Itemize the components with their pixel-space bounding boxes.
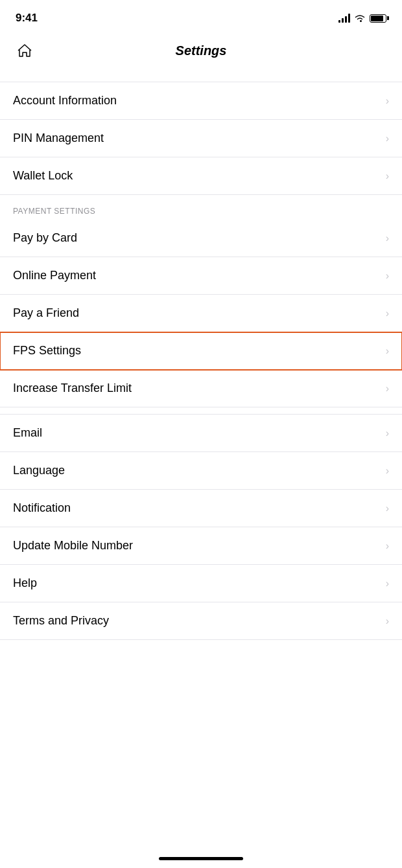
menu-item-fps-settings[interactable]: FPS Settings› <box>0 332 402 370</box>
chevron-icon-pin-management: › <box>386 133 389 144</box>
section-account: Account Information›PIN Management›Walle… <box>0 82 402 195</box>
menu-item-label-account-information: Account Information <box>13 94 117 108</box>
header: Settings <box>0 32 402 75</box>
menu-item-terms-and-privacy[interactable]: Terms and Privacy› <box>0 602 402 640</box>
section-payment-settings: PAYMENT SETTINGSPay by Card›Online Payme… <box>0 201 402 407</box>
menu-item-pay-by-card[interactable]: Pay by Card› <box>0 220 402 257</box>
battery-icon <box>370 14 386 23</box>
chevron-icon-increase-transfer-limit: › <box>386 383 389 394</box>
menu-item-language[interactable]: Language› <box>0 452 402 490</box>
chevron-icon-pay-by-card: › <box>386 233 389 244</box>
menu-item-label-fps-settings: FPS Settings <box>13 344 81 358</box>
menu-item-wallet-lock[interactable]: Wallet Lock› <box>0 157 402 195</box>
menu-item-increase-transfer-limit[interactable]: Increase Transfer Limit› <box>0 370 402 407</box>
menu-item-label-increase-transfer-limit: Increase Transfer Limit <box>13 382 132 395</box>
status-icons <box>338 14 386 23</box>
chevron-icon-wallet-lock: › <box>386 170 389 182</box>
menu-item-pin-management[interactable]: PIN Management› <box>0 120 402 157</box>
menu-item-update-mobile-number[interactable]: Update Mobile Number› <box>0 527 402 565</box>
menu-item-email[interactable]: Email› <box>0 414 402 452</box>
signal-icon <box>338 14 350 23</box>
chevron-icon-fps-settings: › <box>386 345 389 357</box>
chevron-icon-help: › <box>386 578 389 589</box>
menu-item-help[interactable]: Help› <box>0 565 402 602</box>
chevron-icon-email: › <box>386 428 389 439</box>
menu-item-account-information[interactable]: Account Information› <box>0 82 402 120</box>
menu-item-label-pin-management: PIN Management <box>13 131 104 145</box>
section-other: Email›Language›Notification›Update Mobil… <box>0 414 402 640</box>
menu-item-pay-a-friend[interactable]: Pay a Friend› <box>0 295 402 332</box>
home-icon[interactable] <box>13 39 36 62</box>
menu-item-label-wallet-lock: Wallet Lock <box>13 169 73 183</box>
menu-item-label-terms-and-privacy: Terms and Privacy <box>13 614 109 628</box>
chevron-icon-language: › <box>386 465 389 477</box>
home-indicator <box>159 857 243 860</box>
menu-item-label-update-mobile-number: Update Mobile Number <box>13 539 133 553</box>
chevron-icon-account-information: › <box>386 95 389 107</box>
chevron-icon-pay-a-friend: › <box>386 308 389 319</box>
section-label-payment-settings: PAYMENT SETTINGS <box>0 201 402 220</box>
status-time: 9:41 <box>16 12 38 25</box>
menu-item-label-online-payment: Online Payment <box>13 269 96 282</box>
chevron-icon-terms-and-privacy: › <box>386 615 389 627</box>
menu-item-notification[interactable]: Notification› <box>0 490 402 527</box>
page-title: Settings <box>176 43 227 58</box>
menu-item-online-payment[interactable]: Online Payment› <box>0 257 402 295</box>
menu-item-label-pay-by-card: Pay by Card <box>13 231 77 245</box>
menu-item-label-language: Language <box>13 464 65 477</box>
menu-item-label-help: Help <box>13 577 37 590</box>
chevron-icon-online-payment: › <box>386 270 389 282</box>
wifi-icon <box>354 14 366 23</box>
chevron-icon-notification: › <box>386 503 389 514</box>
status-bar: 9:41 <box>0 0 402 32</box>
menu-item-label-email: Email <box>13 426 42 440</box>
menu-item-label-pay-a-friend: Pay a Friend <box>13 306 79 320</box>
chevron-icon-update-mobile-number: › <box>386 540 389 552</box>
menu-container: Account Information›PIN Management›Walle… <box>0 82 402 640</box>
menu-item-label-notification: Notification <box>13 501 71 515</box>
